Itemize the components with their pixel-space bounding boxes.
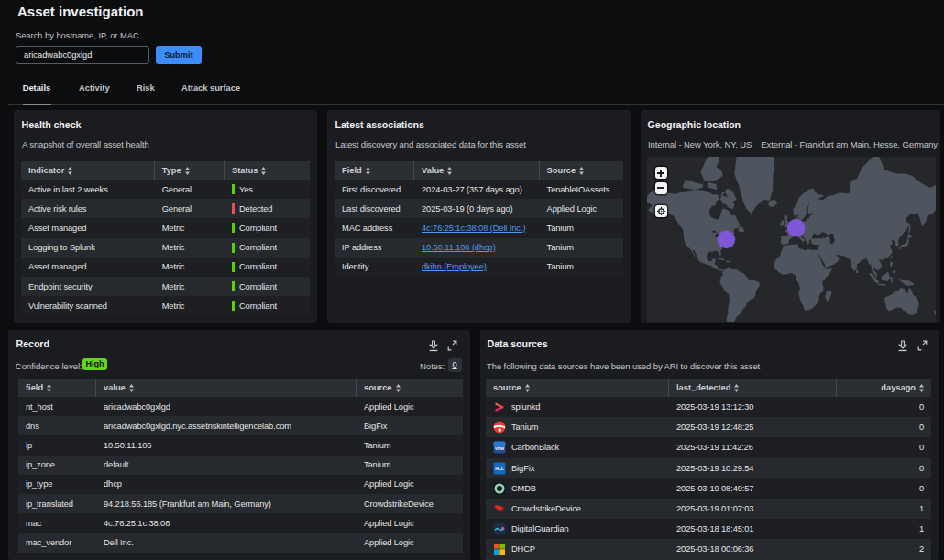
svg-text:vmw: vmw xyxy=(495,446,504,451)
svg-text:HCL: HCL xyxy=(495,467,504,471)
